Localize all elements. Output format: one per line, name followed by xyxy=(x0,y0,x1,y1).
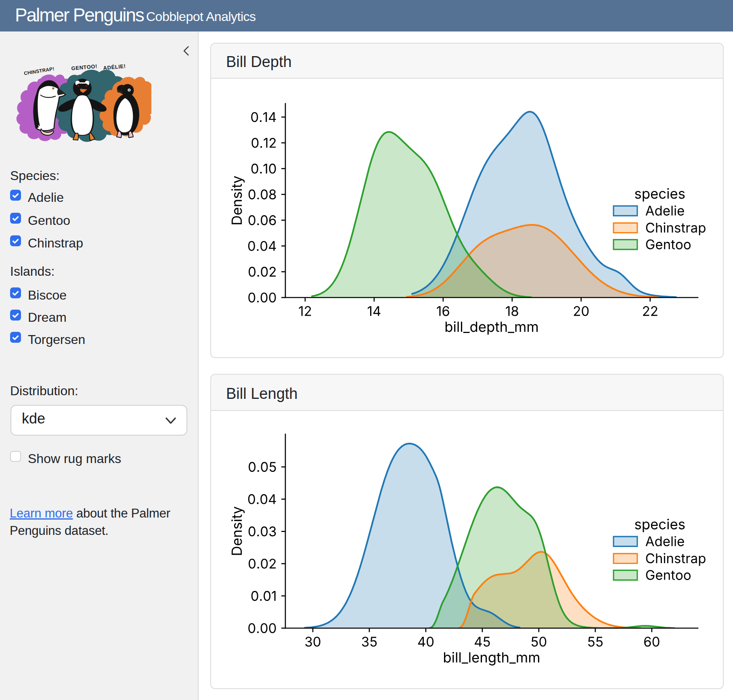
svg-text:ADÉLIE!: ADÉLIE! xyxy=(103,63,126,71)
